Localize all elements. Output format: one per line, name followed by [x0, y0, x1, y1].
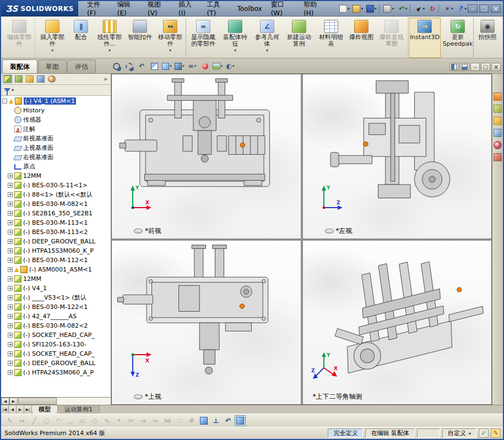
expand-icon[interactable] — [8, 276, 13, 281]
ribbon-button[interactable]: 插入零部件 — [36, 18, 68, 58]
ribbon-button[interactable]: 爆炸直线草图 — [376, 18, 408, 58]
model-tab[interactable]: 运动算例1 — [58, 405, 100, 414]
quick-toolbar-icon[interactable] — [382, 4, 395, 13]
sketch-tool-icon[interactable] — [186, 415, 197, 426]
view-toolbar-icon[interactable] — [174, 61, 185, 72]
view-toolbar-icon[interactable] — [199, 61, 210, 72]
expand-icon[interactable] — [8, 211, 13, 216]
expand-icon[interactable] — [8, 220, 13, 225]
feature-manager-tab-icon[interactable] — [36, 75, 45, 83]
scrollbar-thumb[interactable] — [18, 398, 57, 405]
window-control-button[interactable] — [468, 4, 478, 13]
tree-item[interactable]: (-) BES-030-M-082<1 — [1, 199, 111, 209]
filter-icon[interactable] — [4, 88, 10, 93]
tab-nav-button[interactable]: |◀ — [1, 405, 9, 414]
quick-toolbar-icon[interactable] — [365, 4, 380, 13]
view-toolbar-icon[interactable] — [187, 61, 198, 72]
tree-item[interactable]: (-) 88<1> (默认<<默认 — [1, 190, 111, 199]
window-control-button[interactable] — [479, 4, 489, 13]
tree-item[interactable]: 12MM — [1, 274, 111, 284]
ribbon-button[interactable]: 配合 — [68, 18, 94, 58]
feature-manager-tab-icon[interactable] — [3, 75, 12, 83]
tree-item[interactable]: (-) BES-030-M-112<1 — [1, 256, 111, 265]
document-control-button[interactable] — [481, 63, 490, 71]
tree-item[interactable]: (-) ____V53<1> (默认 — [1, 293, 111, 302]
quick-toolbar-icon[interactable] — [338, 4, 351, 13]
command-tab[interactable]: 评估 — [67, 59, 96, 73]
view-toolbar-icon[interactable] — [111, 61, 122, 72]
task-pane-icon[interactable] — [494, 129, 502, 137]
ribbon-button[interactable]: 参考几何体 — [251, 18, 283, 58]
tree-item[interactable]: (-) SE2B16_350_SE2B1 — [1, 209, 111, 218]
view-toolbar-icon[interactable] — [161, 61, 172, 72]
expand-icon[interactable] — [8, 230, 13, 235]
tree-item[interactable]: 前视基准面 — [1, 134, 111, 143]
ribbon-button[interactable]: 拍快照 — [475, 18, 500, 58]
view-toolbar-icon[interactable] — [136, 61, 147, 72]
sketch-tool-icon[interactable] — [41, 415, 52, 426]
expand-icon[interactable] — [8, 314, 13, 319]
sketch-tool-icon[interactable] — [198, 415, 209, 426]
sketch-tool-icon[interactable] — [89, 415, 100, 426]
filter-dropdown-arrow[interactable]: ▾ — [12, 88, 14, 93]
menu-item[interactable]: Toolbox — [233, 3, 267, 15]
tree-item[interactable]: (-) BES-030-M-113<1 — [1, 218, 111, 227]
scrollbar-track[interactable] — [57, 398, 111, 405]
quick-tips-icon[interactable] — [491, 428, 501, 438]
tree-item[interactable]: 注解 — [1, 124, 111, 134]
tree-item[interactable]: (-) V4_1 (ASM<1 — [1, 96, 111, 106]
expand-icon[interactable] — [8, 183, 13, 188]
tree-item[interactable]: 上视基准面 — [1, 143, 111, 153]
view-toolbar-icon[interactable] — [225, 61, 236, 72]
quick-toolbar-icon[interactable] — [413, 4, 426, 13]
document-control-button[interactable] — [470, 63, 480, 71]
feature-manager-tab-icon[interactable] — [25, 75, 34, 83]
sketch-tool-icon[interactable] — [77, 415, 88, 426]
ribbon-button[interactable]: 智能扣件 — [126, 18, 154, 58]
task-pane-icon[interactable] — [494, 153, 502, 161]
view-toolbar-icon[interactable] — [212, 61, 223, 72]
expand-icon[interactable] — [8, 173, 13, 178]
expand-icon[interactable] — [8, 361, 13, 366]
tree-item[interactable]: (-) BES-030-M-113<2 — [1, 227, 111, 237]
expand-icon[interactable] — [8, 342, 13, 347]
sketch-tool-icon[interactable] — [113, 415, 124, 426]
tab-nav-button[interactable]: ▶| — [24, 405, 32, 414]
ribbon-button[interactable]: Instant3D — [409, 18, 441, 58]
document-control-button[interactable] — [449, 63, 459, 71]
scroll-left-button[interactable]: ◀ — [1, 398, 9, 405]
expand-icon[interactable] — [8, 239, 13, 244]
viewport-top[interactable]: Z X *上视 — [112, 241, 301, 405]
expand-icon[interactable] — [8, 258, 13, 263]
tree-item[interactable]: (-) SFI1205-163-130- — [1, 340, 111, 349]
sketch-tool-icon[interactable] — [17, 415, 28, 426]
view-toolbar-icon[interactable] — [149, 61, 160, 72]
tree-horizontal-scrollbar[interactable]: ◀ ▶ — [1, 397, 111, 405]
command-tab[interactable]: 草图 — [38, 59, 67, 73]
ribbon-button[interactable]: 编辑零部件 — [3, 18, 35, 58]
ribbon-button[interactable]: 材料明细表 — [315, 18, 347, 58]
quick-toolbar-icon[interactable] — [455, 4, 468, 13]
document-control-button[interactable] — [491, 63, 501, 71]
tree-item[interactable]: 右视基准面 — [1, 153, 111, 162]
ribbon-button[interactable]: 显示隐藏的零部件 — [187, 18, 219, 58]
task-pane-icon[interactable] — [494, 117, 502, 125]
sketch-tool-icon[interactable] — [223, 415, 234, 426]
tree-item[interactable]: History — [1, 106, 111, 115]
tab-nav-button[interactable]: ▶ — [17, 405, 24, 414]
tree-item[interactable]: (-) HTPA15S3M060_K_P — [1, 246, 111, 256]
view-toolbar-icon[interactable] — [123, 61, 134, 72]
expand-icon[interactable] — [8, 286, 13, 291]
tree-item[interactable]: (-) BES-030-S-11<1> — [1, 181, 111, 190]
command-tab[interactable]: 装配体 — [2, 59, 37, 73]
tree-item[interactable]: (-) V4_1 — [1, 284, 111, 293]
expand-icon[interactable] — [2, 99, 7, 104]
tree-item[interactable]: (-) SOCKET_HEAD_CAP_ — [1, 330, 111, 340]
feature-manager-tab-icon[interactable] — [47, 75, 56, 83]
expand-icon[interactable] — [8, 305, 13, 309]
panel-overflow-chevron[interactable]: » — [102, 75, 109, 83]
status-check-icon[interactable] — [479, 428, 489, 438]
tree-item[interactable]: (-) BES-030-M-082<2 — [1, 321, 111, 330]
expand-icon[interactable] — [8, 267, 13, 272]
ribbon-button[interactable]: 移动零部件 — [154, 18, 186, 58]
